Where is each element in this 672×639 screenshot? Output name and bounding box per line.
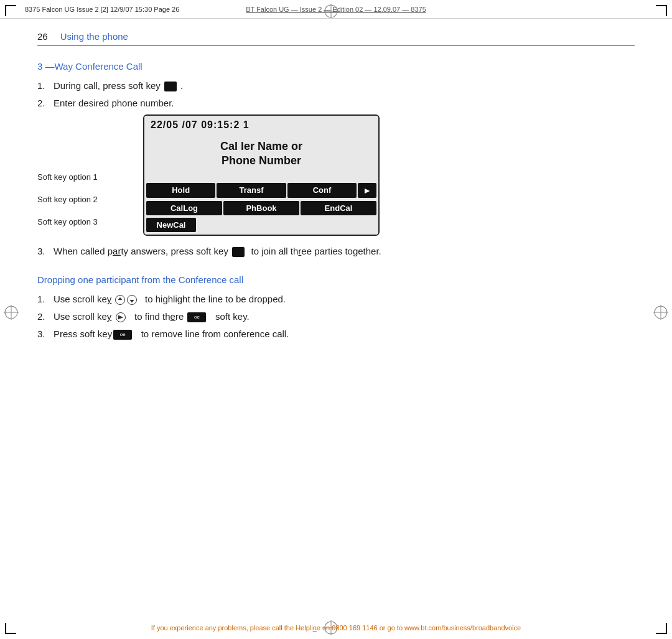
step-1-text: During call, press soft key . xyxy=(54,80,183,91)
svg-marker-13 xyxy=(129,300,134,302)
step-1: 1. During call, press soft key . xyxy=(37,80,635,91)
page-header: 26 Using the phone xyxy=(37,31,635,42)
crop-mark-bl xyxy=(5,623,16,634)
step-3: 3. When called party answers, press soft… xyxy=(37,246,635,257)
screen-caller-line1: Cal ler Name or xyxy=(151,139,372,154)
section-heading-drop: Dropping one participant from the Confer… xyxy=(37,274,635,285)
drop-step-2: 2. Use scroll key to find there oe soft … xyxy=(37,311,635,322)
svg-marker-12 xyxy=(118,297,122,300)
drop-step-3-text: Press soft keyoe to remove line from con… xyxy=(54,329,289,340)
softkey-callog: CalLog xyxy=(146,201,222,215)
softkey-icon-step1 xyxy=(164,82,177,91)
screen-caller-line2: Phone Number xyxy=(151,154,372,168)
section-conference-call: 3 —Way Conference Call 1. During call, p… xyxy=(37,61,635,257)
svg-marker-14 xyxy=(118,315,123,319)
drop-step-3-num: 3. xyxy=(37,329,50,339)
reg-mark-left xyxy=(4,305,19,320)
step-1-num: 1. xyxy=(37,80,50,91)
screen-softkeys-row1: Hold Transf Conf ► xyxy=(144,181,378,200)
crop-mark-br xyxy=(656,623,667,634)
screen-softkeys-row3: NewCal xyxy=(144,217,378,235)
nav-right-icon xyxy=(116,312,126,322)
softkey-icon-step2b: oe xyxy=(187,312,206,322)
screen-caller-area: Cal ler Name or Phone Number xyxy=(144,133,378,181)
step-3-text: When called party answers, press soft ke… xyxy=(54,246,381,257)
page-title: Using the phone xyxy=(60,31,128,42)
phone-screen-container: Soft key option 1 Soft key option 2 Soft… xyxy=(37,114,635,236)
footer-text: If you experience any problems, please c… xyxy=(151,624,521,632)
page-content: 26 Using the phone 3 —Way Conference Cal… xyxy=(37,31,635,608)
step-2-num: 2. xyxy=(37,98,50,108)
softkey-endcal: EndCal xyxy=(301,201,376,215)
softkey-labels: Soft key option 1 Soft key option 2 Soft… xyxy=(37,114,143,236)
softkey-transf: Transf xyxy=(217,183,286,198)
softkey-label-1: Soft key option 1 xyxy=(37,169,137,186)
step-3-num: 3. xyxy=(37,246,50,256)
softkey-label-3: Soft key option 3 xyxy=(37,213,137,231)
header-center: BT Falcon UG — Issue 2 — Edition 02 — 12… xyxy=(246,6,426,13)
section-heading-conference: 3 —Way Conference Call xyxy=(37,61,635,72)
softkey-phbook: PhBook xyxy=(223,201,299,215)
softkey-conf: Conf xyxy=(287,183,357,198)
section-drop-participant: Dropping one participant from the Confer… xyxy=(37,274,635,340)
step-2-text: Enter desired phone number. xyxy=(54,98,174,108)
page-footer: If you experience any problems, please c… xyxy=(37,624,635,632)
phone-screen: 22/05 /07 09:15:2 1 Cal ler Name or Phon… xyxy=(143,114,380,236)
reg-mark-right xyxy=(653,305,668,320)
section-divider xyxy=(37,45,635,46)
drop-step-1: 1. Use scroll key to highlight the line … xyxy=(37,294,635,305)
softkey-hold: Hold xyxy=(146,183,215,198)
screen-softkeys-row2: CalLog PhBook EndCal xyxy=(144,200,378,217)
drop-step-1-text: Use scroll key to highlight the line to … xyxy=(54,294,286,305)
page-number: 26 xyxy=(37,31,48,42)
drop-step-1-num: 1. xyxy=(37,294,50,304)
page-header-bar: 8375 Falcon UG Issue 2 [2] 12/9/07 15:30… xyxy=(0,0,672,19)
softkey-label-2: Soft key option 2 xyxy=(37,191,137,208)
softkey-icon-step3 xyxy=(232,247,245,257)
step-2: 2. Enter desired phone number. xyxy=(37,98,635,108)
header-left: 8375 Falcon UG Issue 2 [2] 12/9/07 15:30… xyxy=(25,6,179,13)
nav-up-down-icon xyxy=(114,295,138,305)
drop-step-3: 3. Press soft keyoe to remove line from … xyxy=(37,329,635,340)
drop-step-2-num: 2. xyxy=(37,311,50,322)
softkey-newcal: NewCal xyxy=(146,218,196,232)
softkey-arrow: ► xyxy=(358,183,376,198)
screen-datetime: 22/05 /07 09:15:2 1 xyxy=(144,116,378,133)
softkey-icon-drop: oe xyxy=(113,330,132,340)
drop-step-2-text: Use scroll key to find there oe soft key… xyxy=(54,311,250,322)
